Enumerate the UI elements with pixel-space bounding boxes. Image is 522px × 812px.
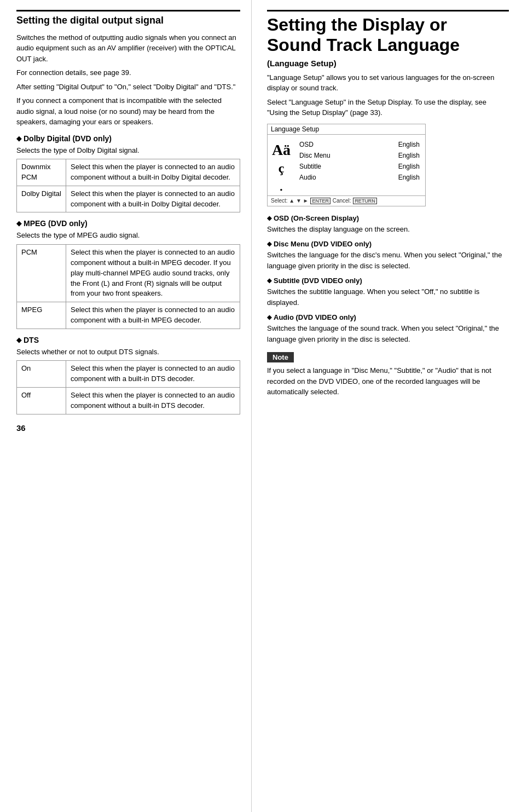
left-intro-2: For connection details, see page 39. [16,67,240,78]
right-intro-1: "Language Setup" allows you to set vario… [267,72,509,94]
left-intro-4: If you connect a component that is incom… [16,95,240,128]
lang-setup-rows: OSDEnglishDisc MenuEnglishSubtitleEnglis… [297,139,422,183]
note-label: Note [267,352,294,362]
page-number: 36 [16,423,240,433]
dolby-description: Selects the type of Dolby Digital signal… [16,145,240,156]
return-key: RETURN [353,198,377,204]
table-cell-key: Dolby Digital [17,186,66,212]
note-box: Note If you select a language in "Disc M… [267,352,509,398]
right-column: Setting the Display or Sound Track Langu… [252,0,522,812]
table-cell-key: Downmix PCM [17,159,66,186]
table-cell-key: PCM [17,244,66,302]
lang-setup-row: SubtitleEnglish [297,161,422,172]
enter-key: ENTER [310,198,330,204]
table-cell-value: Select this when the player is connected… [66,186,240,212]
lang-row-label: Subtitle [299,162,321,171]
lang-setup-icon: Aäç [271,141,292,176]
mpeg-description: Selects the type of MPEG audio signal. [16,230,240,241]
dts-description: Selects whether or not to output DTS sig… [16,347,240,358]
table-row: OnSelect this when the player is connect… [17,361,240,388]
lang-row-value: English [398,140,420,149]
lang-setup-row: OSDEnglish [297,139,422,150]
note-text: If you select a language in "Disc Menu,"… [267,365,509,398]
lang-setup-box: Language Setup Aäç ● OSDEnglishDisc Menu… [267,124,426,206]
left-intro-3: After setting "Digital Output" to "On," … [16,82,240,93]
lang-row-value: English [398,172,420,182]
table-cell-key: On [17,361,66,388]
dolby-section-title: Dolby Digital (DVD only) [16,134,240,143]
lang-setup-subtitle: (Language Setup) [267,59,509,68]
lang-setup-dot: ● [280,187,283,192]
table-row: Downmix PCMSelect this when the player i… [17,159,240,186]
disc-menu-section-title: Disc Menu (DVD VIDEO only) [267,240,509,248]
table-cell-key: Off [17,388,66,414]
audio-section-title: Audio (DVD VIDEO only) [267,313,509,321]
left-top-rule [16,10,240,11]
right-intro-2: Select "Language Setup" in the Setup Dis… [267,97,509,118]
audio-description: Switches the language of the sound track… [267,323,509,344]
lang-row-label: Audio [299,172,316,182]
mpeg-section-title: MPEG (DVD only) [16,219,240,228]
right-main-title: Setting the Display or Sound Track Langu… [267,15,509,55]
left-intro-1: Switches the method of outputting audio … [16,32,240,65]
lang-setup-inner: Aäç ● OSDEnglishDisc MenuEnglishSubtitle… [268,135,425,195]
right-top-rule [267,10,509,11]
table-cell-value: Select this when the player is connected… [66,244,240,302]
lang-row-value: English [398,151,420,160]
table-row: PCMSelect this when the player is connec… [17,244,240,302]
osd-section-title: OSD (On-Screen Display) [267,214,509,222]
table-row: OffSelect this when the player is connec… [17,388,240,414]
disc-menu-description: Switches the language for the disc's men… [267,250,509,271]
lang-setup-nav: Select: ▲ ▼ ► ENTER Cancel: RETURN [268,195,425,206]
lang-row-label: OSD [299,140,314,149]
dts-table: OnSelect this when the player is connect… [16,360,240,414]
table-cell-value: Select this when the player is connected… [66,159,240,186]
left-column: Setting the digital output signal Switch… [0,0,252,812]
subtitle-description: Switches the subtitle language. When you… [267,286,509,308]
lang-setup-row: Disc MenuEnglish [297,150,422,161]
left-section-title: Setting the digital output signal [16,15,240,27]
table-row: MPEGSelect this when the player is conne… [17,302,240,329]
table-row: Dolby DigitalSelect this when the player… [17,186,240,212]
dts-section-title: DTS [16,336,240,344]
lang-setup-title-bar: Language Setup [268,124,425,135]
mpeg-table: PCMSelect this when the player is connec… [16,244,240,329]
table-cell-value: Select this when the player is connected… [66,302,240,329]
osd-description: Switches the display language on the scr… [267,224,509,235]
table-cell-value: Select this when the player is connected… [66,388,240,414]
table-cell-value: Select this when the player is connected… [66,361,240,388]
lang-row-value: English [398,162,420,171]
lang-setup-row: AudioEnglish [297,172,422,183]
lang-row-label: Disc Menu [299,151,330,160]
table-cell-key: MPEG [17,302,66,329]
subtitle-section-title: Subtitle (DVD VIDEO only) [267,277,509,285]
dolby-table: Downmix PCMSelect this when the player i… [16,159,240,212]
